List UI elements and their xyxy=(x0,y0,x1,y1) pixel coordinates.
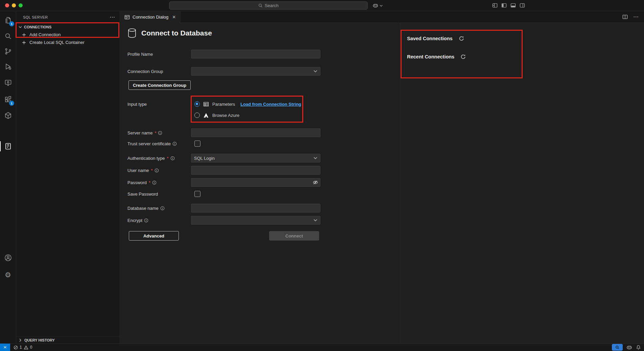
authentication-type-select[interactable]: SQL Login xyxy=(191,154,320,162)
chevron-down-icon xyxy=(18,24,23,30)
password-input[interactable] xyxy=(191,178,320,187)
info-icon xyxy=(144,218,148,223)
parameters-icon xyxy=(203,101,209,107)
titlebar: Search xyxy=(0,0,644,11)
required-marker: * xyxy=(151,168,153,173)
connect-button[interactable]: Connect xyxy=(269,231,319,241)
database-icon xyxy=(127,28,137,38)
connections-section-header[interactable]: CONNECTIONS xyxy=(16,23,120,31)
parameters-radio-label: Parameters xyxy=(212,102,235,107)
browse-azure-radio-label: Browse Azure xyxy=(212,113,239,118)
create-local-sql-container-item[interactable]: Create Local SQL Container xyxy=(16,39,120,46)
split-editor-icon[interactable] xyxy=(622,14,628,20)
required-marker: * xyxy=(154,130,156,135)
search-placeholder: Search xyxy=(265,3,279,8)
tab-bar: Connection Dialog ✕ ⋯ xyxy=(120,11,644,23)
authentication-type-value: SQL Login xyxy=(194,156,215,161)
saved-connections-title: Saved Connections xyxy=(407,36,453,41)
explorer-icon[interactable]: 1 xyxy=(0,13,16,28)
containers-icon[interactable] xyxy=(0,108,16,123)
extensions-badge: 1 xyxy=(9,101,14,106)
chevron-down-icon xyxy=(313,157,317,159)
info-icon xyxy=(158,131,162,135)
tab-connection-dialog[interactable]: Connection Dialog ✕ xyxy=(120,11,181,23)
sidebar-sql-server: SQL SERVER ⋯ CONNECTIONS Add Connection … xyxy=(16,11,120,344)
chevron-down-icon xyxy=(313,70,317,73)
load-from-connection-string-link[interactable]: Load from Connection String xyxy=(240,102,301,107)
profile-name-input[interactable] xyxy=(191,50,320,58)
search-input[interactable]: Search xyxy=(169,1,368,10)
warning-icon xyxy=(24,345,28,350)
toggle-secondary-sidebar-icon[interactable] xyxy=(520,3,525,8)
user-name-input[interactable] xyxy=(191,166,320,175)
recent-connections-title: Recent Connections xyxy=(407,54,454,59)
parameters-radio[interactable] xyxy=(194,101,200,107)
encrypt-select[interactable] xyxy=(191,216,320,225)
minimize-window-button[interactable] xyxy=(12,3,16,7)
info-icon xyxy=(154,168,159,173)
window-controls xyxy=(5,3,23,7)
connections-side-panel: Saved Connections Recent Connections xyxy=(400,23,644,344)
editor-more-actions-icon[interactable]: ⋯ xyxy=(633,15,639,19)
plus-icon xyxy=(22,32,26,37)
info-icon xyxy=(152,180,157,185)
copilot-menu-button[interactable] xyxy=(373,3,383,8)
connection-group-select[interactable] xyxy=(191,67,320,76)
query-history-section-header[interactable]: QUERY HISTORY xyxy=(16,336,120,344)
server-name-input[interactable] xyxy=(191,128,320,137)
explorer-badge: 1 xyxy=(9,21,14,26)
close-tab-icon[interactable]: ✕ xyxy=(171,14,177,20)
search-view-icon[interactable] xyxy=(0,29,16,44)
eye-off-icon[interactable] xyxy=(313,180,318,185)
connection-dialog-tab-icon xyxy=(124,15,130,20)
connection-dialog-form: Connect to Database Profile Name Connect… xyxy=(120,23,400,344)
required-marker: * xyxy=(167,156,169,161)
accounts-icon[interactable] xyxy=(0,250,16,265)
info-icon xyxy=(160,206,165,210)
chevron-right-icon xyxy=(18,337,23,343)
copilot-status-icon[interactable] xyxy=(626,345,632,350)
refresh-icon[interactable] xyxy=(459,36,464,41)
error-count: 1 xyxy=(20,345,22,350)
toggle-panel-icon[interactable] xyxy=(510,3,516,8)
trust-server-certificate-checkbox[interactable] xyxy=(194,141,200,147)
sql-server-icon[interactable] xyxy=(0,139,16,154)
source-control-icon[interactable] xyxy=(0,44,16,59)
add-connection-item[interactable]: Add Connection xyxy=(16,31,120,39)
advanced-button[interactable]: Advanced xyxy=(129,231,179,241)
close-window-button[interactable] xyxy=(5,3,9,7)
sidebar-title: SQL SERVER xyxy=(23,15,110,19)
problems-indicator[interactable]: 1 0 xyxy=(14,345,32,350)
editor-group: Connection Dialog ✕ ⋯ Connect to Databas… xyxy=(120,11,644,344)
connection-group-label: Connection Group xyxy=(127,69,191,74)
password-label: Password xyxy=(127,180,147,185)
azure-icon xyxy=(203,112,209,118)
settings-gear-icon[interactable]: ⚙ xyxy=(0,267,16,282)
warning-count: 0 xyxy=(30,345,32,350)
customize-layout-icon[interactable] xyxy=(492,3,498,8)
remote-explorer-icon[interactable] xyxy=(0,75,16,90)
database-name-input[interactable] xyxy=(191,204,320,212)
save-password-checkbox[interactable] xyxy=(194,191,200,197)
server-name-label: Server name xyxy=(127,130,152,135)
bell-icon[interactable] xyxy=(636,345,641,350)
toggle-primary-sidebar-icon[interactable] xyxy=(501,3,507,8)
run-debug-icon[interactable] xyxy=(0,59,16,74)
search-icon xyxy=(258,3,263,8)
extensions-icon[interactable]: 1 xyxy=(0,92,16,107)
remote-indicator[interactable] xyxy=(0,344,10,351)
plus-icon xyxy=(22,40,26,45)
refresh-icon[interactable] xyxy=(460,54,466,59)
activity-bar: 1 1 ⚙ xyxy=(0,11,16,344)
chevron-down-icon xyxy=(380,5,383,7)
zoom-status-button[interactable] xyxy=(612,344,623,351)
browse-azure-radio[interactable] xyxy=(194,112,200,118)
page-title: Connect to Database xyxy=(141,29,212,37)
create-connection-group-button[interactable]: Create Connection Group xyxy=(128,80,191,90)
database-name-label: Database name xyxy=(127,206,159,211)
user-name-label: User name xyxy=(127,168,149,173)
maximize-window-button[interactable] xyxy=(19,3,23,7)
copilot-icon xyxy=(373,3,378,8)
save-password-label: Save Password xyxy=(127,192,191,197)
sidebar-more-actions-icon[interactable]: ⋯ xyxy=(110,16,115,19)
